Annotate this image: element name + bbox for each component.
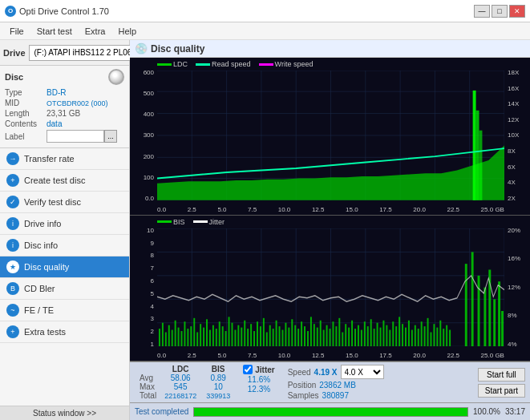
nav-items: → Transfer rate + Create test disc ✓ Ver… xyxy=(0,148,129,406)
svg-rect-46 xyxy=(187,329,188,346)
menu-bar: File Start test Extra Help xyxy=(0,22,530,40)
start-part-button[interactable]: Start part xyxy=(478,384,525,398)
svg-rect-124 xyxy=(433,324,435,346)
verify-test-disc-icon: ✓ xyxy=(6,196,19,208)
transfer-rate-label: Transfer rate xyxy=(24,154,75,164)
bis-color xyxy=(157,220,172,223)
label-field-label: Label xyxy=(5,132,47,141)
disc-quality-header: 💿 Disc quality xyxy=(130,40,530,58)
verify-test-disc-label: Verify test disc xyxy=(24,197,81,207)
progress-bar-container: Test completed 100.0% 33:17 xyxy=(130,402,530,420)
svg-rect-137 xyxy=(501,311,504,346)
samples-row: Samples 380897 xyxy=(288,391,384,400)
svg-rect-133 xyxy=(483,287,486,346)
svg-rect-56 xyxy=(219,321,220,346)
legend-bis: BIS xyxy=(157,218,185,226)
status-text: Test completed xyxy=(135,407,188,416)
svg-rect-68 xyxy=(257,321,258,346)
svg-rect-38 xyxy=(162,323,164,346)
minimize-button[interactable]: — xyxy=(474,5,490,18)
svg-rect-44 xyxy=(181,331,183,346)
svg-rect-115 xyxy=(405,327,407,346)
svg-rect-50 xyxy=(200,324,201,346)
svg-rect-85 xyxy=(310,317,312,346)
sidebar-item-drive-info[interactable]: i Drive info xyxy=(0,213,129,235)
sidebar-item-transfer-rate[interactable]: → Transfer rate xyxy=(0,148,129,170)
type-value: BD-R xyxy=(47,88,66,97)
svg-rect-80 xyxy=(294,325,296,346)
disc-header-label: Disc xyxy=(5,72,23,82)
status-window-button[interactable]: Status window >> xyxy=(0,406,129,420)
max-bis: 10 xyxy=(201,382,235,391)
svg-rect-84 xyxy=(307,331,309,346)
svg-rect-86 xyxy=(314,324,315,346)
lower-x-axis: 0.0 2.5 5.0 7.5 10.0 12.5 15.0 17.5 20.0… xyxy=(157,352,504,359)
position-val: 23862 MB xyxy=(319,381,356,390)
stats-max-row: Max 545 10 xyxy=(135,382,235,391)
sidebar-item-extra-tests[interactable]: + Extra tests xyxy=(0,321,129,343)
stats-total-row: Total 22168172 339913 xyxy=(135,391,235,400)
drive-info-icon: i xyxy=(6,217,19,230)
menu-start-test[interactable]: Start test xyxy=(30,25,79,38)
svg-rect-20 xyxy=(479,131,483,200)
position-label: Position xyxy=(288,381,317,390)
svg-rect-127 xyxy=(443,329,444,346)
svg-rect-101 xyxy=(361,329,362,346)
maximize-button[interactable]: □ xyxy=(492,5,508,18)
sidebar-item-fe-te[interactable]: ~ FE / TE xyxy=(0,300,129,321)
max-ldc: 545 xyxy=(160,382,201,391)
svg-rect-88 xyxy=(320,321,322,346)
svg-rect-52 xyxy=(206,319,208,346)
disc-contents-row: Contents data xyxy=(5,119,124,128)
disc-mid-row: MID OTCBDR002 (000) xyxy=(5,99,124,107)
label-input[interactable] xyxy=(47,130,104,143)
extra-tests-icon: + xyxy=(6,325,19,338)
sidebar-item-disc-quality[interactable]: ★ Disc quality xyxy=(0,256,129,278)
svg-rect-92 xyxy=(332,321,334,346)
svg-rect-58 xyxy=(225,331,227,346)
svg-rect-107 xyxy=(380,327,382,346)
disc-panel: Disc Type BD-R MID OTCBDR002 (000) Lengt… xyxy=(0,66,129,148)
status-window-label: Status window >> xyxy=(33,409,96,418)
jitter-column: Jitter 11.6% 12.3% xyxy=(243,365,274,394)
svg-rect-40 xyxy=(168,325,170,346)
svg-rect-82 xyxy=(301,321,302,346)
menu-extra[interactable]: Extra xyxy=(79,25,112,38)
svg-rect-54 xyxy=(212,325,214,346)
svg-rect-78 xyxy=(288,327,289,346)
progress-time: 33:17 xyxy=(505,407,525,416)
svg-rect-110 xyxy=(389,329,390,346)
svg-rect-99 xyxy=(354,329,356,346)
svg-rect-94 xyxy=(338,318,340,346)
label-browse-button[interactable]: ... xyxy=(104,130,117,143)
sidebar-item-cd-bler[interactable]: B CD Bler xyxy=(0,278,129,300)
svg-rect-98 xyxy=(351,321,353,346)
cd-bler-icon: B xyxy=(6,282,19,295)
svg-rect-55 xyxy=(216,329,217,346)
title-bar-left: O Opti Drive Control 1.70 xyxy=(5,6,109,17)
start-full-button[interactable]: Start full xyxy=(478,368,525,382)
total-bis: 339913 xyxy=(201,391,235,400)
svg-rect-51 xyxy=(203,327,204,346)
stats-header-row: LDC BIS xyxy=(135,365,235,374)
disc-quality-icon: ★ xyxy=(6,260,19,273)
jitter-checkbox[interactable] xyxy=(243,365,253,374)
sidebar-item-verify-test-disc[interactable]: ✓ Verify test disc xyxy=(0,192,129,213)
disc-quality-icon: 💿 xyxy=(135,42,148,55)
svg-rect-135 xyxy=(493,299,496,346)
avg-jitter: 11.6% xyxy=(243,375,274,384)
menu-help[interactable]: Help xyxy=(111,25,143,38)
svg-rect-112 xyxy=(395,326,397,346)
close-button[interactable]: ✕ xyxy=(509,5,525,18)
svg-rect-118 xyxy=(415,325,416,346)
speed-stat-select[interactable]: 4.0 X xyxy=(341,365,384,379)
menu-file[interactable]: File xyxy=(3,25,30,38)
sidebar-item-disc-info[interactable]: i Disc info xyxy=(0,235,129,256)
svg-rect-91 xyxy=(330,329,331,346)
svg-rect-102 xyxy=(364,321,366,346)
svg-rect-106 xyxy=(377,323,378,346)
drive-row: Drive (F:) ATAPI iHBS112 2 PL06 ▲ Speed … xyxy=(0,40,129,66)
progress-bar-outer xyxy=(193,407,468,417)
samples-label: Samples xyxy=(288,391,319,400)
sidebar-item-create-test-disc[interactable]: + Create test disc xyxy=(0,170,129,192)
